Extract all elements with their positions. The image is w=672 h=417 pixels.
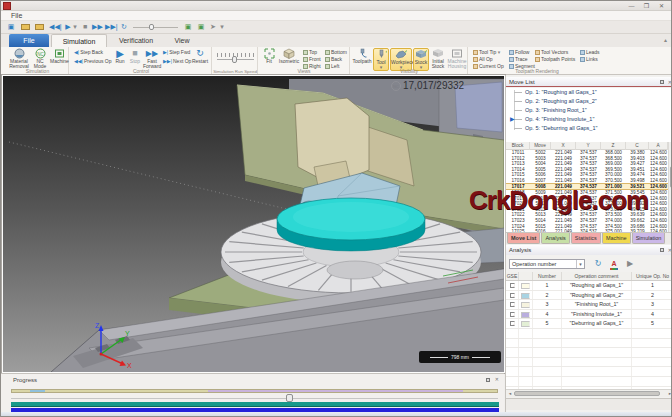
view-back-button[interactable]: Back xyxy=(325,56,342,62)
qat-previous-op-icon[interactable]: ◀◀| xyxy=(49,22,61,32)
analysis-pin-icon[interactable] xyxy=(660,248,664,252)
move-table-row[interactable]: 170165007221.049374.537370.50039.498124.… xyxy=(506,178,672,184)
step-fwd-button[interactable]: ▶|Step Fwd xyxy=(163,49,190,55)
pane-tab-simulation[interactable]: Simulation xyxy=(632,233,666,244)
qat-stop-icon[interactable]: ■ xyxy=(81,22,89,32)
pane-tab-machine[interactable]: Machine xyxy=(602,233,631,244)
qat-machine-sim2-icon[interactable]: ▣ xyxy=(196,22,206,32)
close-button[interactable]: ✕ xyxy=(655,2,668,10)
tool-tip-button[interactable]: Tool Tip ▾ xyxy=(473,49,500,55)
analysis-col-header[interactable]: Number xyxy=(533,272,562,280)
hscroll-thumb[interactable] xyxy=(514,391,660,396)
tab-verification[interactable]: Verification xyxy=(109,34,163,47)
pick-tool-icon[interactable]: ▶ xyxy=(624,258,636,270)
row-checkbox[interactable]: ✓ xyxy=(510,321,515,326)
run-button[interactable]: ▶Run xyxy=(113,48,127,64)
analysis-col-header[interactable]: GSE xyxy=(506,272,519,280)
qat-speed-slider[interactable] xyxy=(133,27,178,28)
material-removal-button[interactable]: Material Removal xyxy=(8,48,30,69)
view-bottom-button[interactable]: Bottom xyxy=(325,49,347,55)
view-top-button[interactable]: Top xyxy=(303,49,317,55)
move-col-header[interactable]: Block xyxy=(506,142,530,150)
menu-file[interactable]: File xyxy=(11,12,22,19)
pin-icon[interactable] xyxy=(660,80,664,84)
pane-tab-move-list[interactable]: Move List xyxy=(507,233,540,244)
refresh-analysis-icon[interactable]: ↻ xyxy=(592,258,604,270)
analysis-table-row[interactable]: ✓2"Roughing all Gaps_2"2 xyxy=(506,291,672,301)
tab-simulation[interactable]: Simulation xyxy=(51,34,107,47)
hscroll-left-icon[interactable]: ◄ xyxy=(508,390,512,398)
qat-run-icon[interactable]: ▶ xyxy=(64,22,72,32)
analysis-table-row[interactable]: ✓5"Deburring all Gaps_1"5 xyxy=(506,319,672,329)
all-op-button[interactable]: All Op xyxy=(473,56,493,62)
qat-next-op-icon[interactable]: ▶▶| xyxy=(105,22,117,32)
qat-speed-slider-handle[interactable] xyxy=(149,24,154,30)
machine-housing-button[interactable]: MachineHousing xyxy=(447,48,467,69)
stop-button[interactable]: ■Stop xyxy=(128,48,142,64)
isometric-button[interactable]: Isometric xyxy=(278,48,300,64)
links-button[interactable]: Links xyxy=(580,56,598,62)
row-checkbox[interactable]: ✓ xyxy=(510,312,515,317)
follow-button[interactable]: Follow xyxy=(509,49,529,55)
nc-mode-button[interactable]: NC NC Mode xyxy=(31,48,49,69)
analysis-col-header[interactable]: Operation comment xyxy=(562,272,632,280)
previous-op-button[interactable]: ◀◀|Previous Op xyxy=(74,58,112,64)
analysis-table-row[interactable]: ✓3"Finishing Root_1"3 xyxy=(506,300,672,310)
machine-mode-button[interactable]: Machine xyxy=(50,48,68,64)
move-col-header[interactable]: A xyxy=(649,142,668,150)
qat-machine-sim-icon[interactable]: ▣ xyxy=(183,22,193,32)
qat-app-icon[interactable]: ▣ xyxy=(6,22,16,32)
analysis-close-icon[interactable]: ✕ xyxy=(668,245,672,255)
operation-tree-item[interactable]: Op. 5: "Deburring all Gaps_1" xyxy=(506,124,672,133)
machine-3d-viewport[interactable]: Z X Y xyxy=(3,76,504,372)
pane-tab-statistics[interactable]: Statistics xyxy=(571,233,601,244)
initial-stock-button[interactable]: InitialStock xyxy=(430,48,446,69)
move-col-header[interactable]: Move xyxy=(530,142,551,150)
qat-restart-icon[interactable]: ↻ xyxy=(120,22,128,32)
view-front-button[interactable]: Front xyxy=(303,56,321,62)
progress-close-icon[interactable]: ✕ xyxy=(495,376,499,382)
fast-forward-button[interactable]: ▶▶FastForward xyxy=(143,48,161,69)
speed-slider-handle[interactable] xyxy=(232,56,237,63)
collapse-ribbon-icon[interactable]: ▴ xyxy=(664,36,667,43)
move-table-scrollbar[interactable]: ◄ xyxy=(668,142,672,232)
qat-cursor-icon[interactable]: ➤ xyxy=(209,22,217,32)
move-col-header[interactable]: X xyxy=(551,142,576,150)
tool-vectors-button[interactable]: Tool Vectors xyxy=(535,49,568,55)
tab-view[interactable]: View xyxy=(165,34,199,47)
move-list-close-icon[interactable]: ✕ xyxy=(668,77,672,87)
color-by-text-icon[interactable]: A xyxy=(608,258,620,270)
step-back-button[interactable]: ◀|Step Back xyxy=(74,49,103,55)
analysis-hscrollbar[interactable]: ◄ ► xyxy=(506,389,672,397)
hscroll-right-icon[interactable]: ► xyxy=(668,390,672,398)
progress-pin-icon[interactable] xyxy=(486,378,490,382)
analysis-col-header[interactable]: Unique Op. No xyxy=(632,272,672,280)
move-col-header[interactable]: C xyxy=(626,142,649,150)
progress-slider-track[interactable] xyxy=(11,398,498,399)
trace-button[interactable]: Trace xyxy=(509,56,528,62)
maximize-button[interactable]: ❒ xyxy=(640,2,653,10)
analysis-table-row[interactable]: ✓4"Finishing Involute_1"4 xyxy=(506,310,672,320)
qat-fast-forward-icon[interactable]: ▶▶ xyxy=(92,22,102,32)
next-op-button[interactable]: ▶▶|Next Op xyxy=(163,58,191,64)
restart-button[interactable]: ↻Restart xyxy=(190,48,210,64)
operation-tree-item[interactable]: Op. 1: "Roughing all Gaps_1" xyxy=(506,88,672,97)
analysis-filter-combo[interactable]: Operation number ▾ xyxy=(509,259,585,269)
leads-button[interactable]: Leads xyxy=(580,49,600,55)
qat-open-icon[interactable] xyxy=(21,24,30,30)
progress-slider-handle[interactable] xyxy=(286,394,293,402)
analysis-table-row[interactable]: ✓1"Roughing all Gaps_1"1 xyxy=(506,281,672,291)
toolpath-visibility-button[interactable]: Toolpath xyxy=(352,48,372,64)
minimize-button[interactable]: — xyxy=(625,2,638,10)
qat-save-icon[interactable] xyxy=(35,24,44,30)
fit-button[interactable]: Fit xyxy=(261,48,277,64)
operation-tree-item[interactable]: ▶Op. 4: "Finishing Involute_1" xyxy=(506,115,672,124)
move-col-header[interactable]: Z xyxy=(601,142,626,150)
operation-tree-item[interactable]: Op. 2: "Roughing all Gaps_2" xyxy=(506,97,672,106)
row-checkbox[interactable]: ✓ xyxy=(510,283,515,288)
qat-run-dropdown-icon[interactable]: ▾ xyxy=(72,22,78,32)
row-checkbox[interactable]: ✓ xyxy=(510,293,515,298)
operation-tree-item[interactable]: Op. 3: "Finishing Root_1" xyxy=(506,106,672,115)
row-checkbox[interactable]: ✓ xyxy=(510,302,515,307)
move-col-header[interactable]: Y xyxy=(576,142,601,150)
